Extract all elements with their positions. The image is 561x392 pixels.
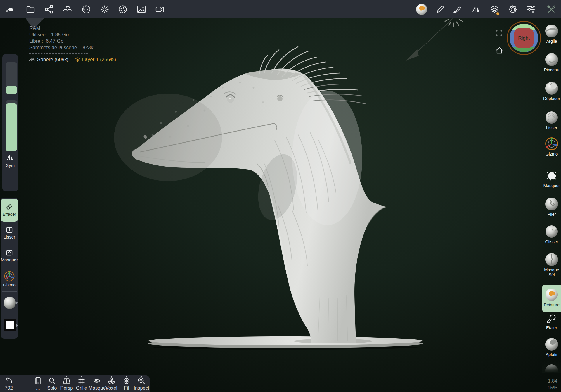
settings-button[interactable] [506,0,520,18]
voxel-button[interactable]: Voxel [104,377,119,391]
selected-mesh-name[interactable]: Sphere (609k) [37,56,69,63]
tool-gizmo-left-label: Gizmo [1,282,18,287]
solo-button[interactable]: Solo [45,377,59,391]
background-button[interactable] [135,0,148,18]
tool-deplacer-label: Déplacer [542,96,561,101]
radius-slider-thumb[interactable] [6,86,17,94]
tool-masquer-left-label: Masquer [1,257,18,262]
tool-plier[interactable]: Plier [542,197,561,217]
tool-lisser-left-label: Lisser [1,234,18,239]
material-expand-arrow[interactable] [16,301,18,304]
camera-button[interactable] [153,0,167,18]
persp-label: Persp [59,385,74,391]
intensity-slider[interactable] [6,100,17,151]
tool-masque-sel[interactable]: Masque Sél [542,253,561,277]
video-camera-icon [155,5,165,14]
ram-title: RAM [29,25,116,32]
tool-pinceau[interactable]: Pinceau [542,53,561,72]
masquer-view-button[interactable]: Masquer [89,377,105,391]
tool-lisser-right[interactable]: Lisser [542,110,561,130]
tool-argile[interactable]: Argile [542,24,561,44]
color-expand-arrow[interactable] [16,324,18,327]
wrench-tools-icon [546,4,556,14]
grille-button[interactable]: Grille [74,377,89,391]
tool-deplacer[interactable]: Déplacer [542,81,561,101]
inspect-label: Inspect [133,385,150,391]
voxel-label: Voxel [104,385,119,391]
interface-button[interactable]: ··· [524,0,538,18]
inspect-caret [140,376,143,377]
tool-lisser-left[interactable]: Lisser [1,226,18,239]
matcap-material-button[interactable] [415,0,428,18]
postprocess-button[interactable] [116,0,129,18]
tool-aplatir-label: Aplatir [542,352,561,357]
journal-button[interactable]: ... [31,377,45,391]
tool-argile-label: Argile [542,39,561,44]
undo-button[interactable]: 702 [1,377,16,391]
light-direction-widget[interactable] [406,19,463,61]
layers-button[interactable] [488,0,501,18]
tool-aplatir[interactable]: Aplatir [542,337,561,357]
tool-glisser-label: Glisser [542,239,561,244]
ram-free-label: Libre : [29,38,43,44]
scene-graph-button[interactable] [42,0,56,18]
radius-slider[interactable] [6,62,17,94]
sculpture-raptor-bust[interactable] [114,47,386,343]
journal-icon [34,377,42,385]
topology-button[interactable] [79,0,93,18]
tool-glisser[interactable]: Glisser [542,225,561,244]
sun-icon [100,5,109,14]
grille-caret [80,376,83,377]
tool-gizmo-right[interactable]: Gizmo [542,137,561,157]
tool-peinture[interactable]: Peinture [542,285,561,312]
symmetry-toggle[interactable] [6,154,14,161]
material-button[interactable]: ··· [61,0,75,18]
material-sphere-button[interactable] [3,296,16,309]
masque-sel-sphere-icon [545,253,559,267]
viewport-status: 1.84 15% [548,378,557,391]
left-tool-panel: Effacer Lisser Masquer Gizmo [1,198,18,339]
app-logo[interactable] [2,0,16,18]
gizmo-axes-icon [545,137,559,151]
tool-peinture-label: Peinture [542,303,561,308]
symmetry-label: Sym [2,163,18,168]
paint-color-swatch[interactable] [4,319,16,331]
tool-gizmo-left[interactable]: Gizmo [1,271,18,287]
active-layer[interactable]: Layer 1 (266%) [75,56,116,63]
tool-masquer-left[interactable]: Masquer [1,248,18,262]
image-icon [137,5,146,14]
painting-button[interactable] [450,0,463,18]
app-logo-icon [4,4,14,14]
tool-etaler[interactable]: Etaler [542,313,561,330]
paint-brush-icon [452,5,461,14]
top-toolbar: ··· [0,0,561,18]
tool-masquer-right[interactable]: Masquer [542,170,561,188]
tool-effacer-label: Effacer [1,212,18,217]
voxel-cubes-icon [107,377,115,385]
stroke-settings-button[interactable]: ··· [433,0,446,18]
tool-effacer[interactable]: Effacer [1,199,18,222]
tool-gizmo-right-label: Gizmo [542,152,561,157]
persp-button[interactable]: Persp [59,377,74,391]
symmetry-button[interactable] [470,0,483,18]
wireframe-hex-icon [122,377,131,385]
voxel-caret [110,376,112,377]
folder-icon [26,5,35,14]
tool-pinceau-label: Pinceau [542,68,561,72]
files-button[interactable] [24,0,37,18]
home-view-button[interactable] [495,46,504,54]
home-icon [495,46,504,54]
inspect-button[interactable]: Inspect [133,377,150,391]
orientation-gizmo[interactable]: Right [506,20,541,56]
intensity-slider-fill[interactable] [6,103,17,151]
material-sphere-icon [3,296,16,309]
fil-button[interactable]: Fil [119,377,134,391]
fullscreen-button[interactable] [495,29,503,37]
debug-tools-button[interactable] [545,0,558,18]
mask-splat-icon [545,170,558,182]
aplatir-sphere-icon [545,337,559,351]
lighting-button[interactable] [98,0,111,18]
panel-divider [2,291,17,292]
eraser-icon [5,202,14,211]
perspective-grid-icon [63,377,71,385]
